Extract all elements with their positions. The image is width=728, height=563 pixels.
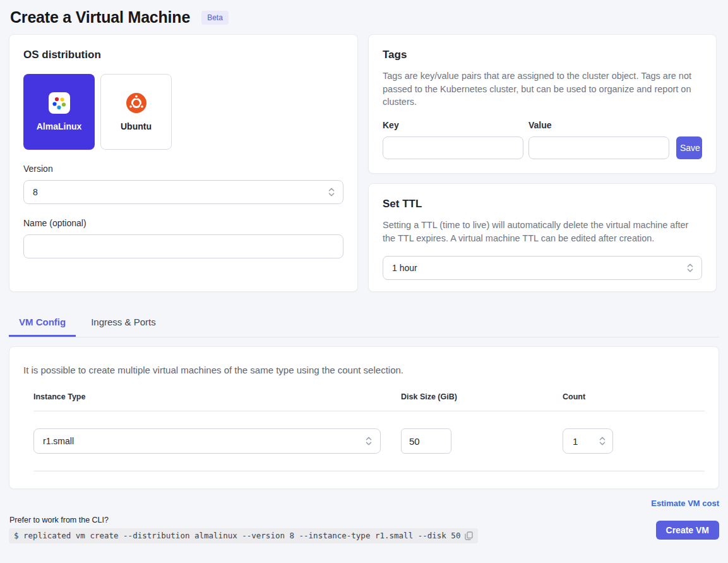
vm-table: Instance Type Disk Size (GiB) Count r1.s… — [33, 392, 705, 471]
ttl-select-value: 1 hour — [392, 263, 417, 273]
vm-table-row: r1.small 1 — [33, 411, 705, 471]
os-tile-ubuntu[interactable]: Ubuntu — [100, 74, 172, 150]
column-instance-type: Instance Type — [33, 392, 401, 401]
tag-key-field: Key — [383, 120, 523, 159]
os-tile-label: AlmaLinux — [37, 121, 82, 131]
cli-command-pill: $ replicated vm create --distribution al… — [9, 528, 478, 543]
ttl-select[interactable]: 1 hour — [383, 256, 702, 280]
footer: Estimate VM cost Prefer to work from the… — [9, 497, 719, 543]
page-title: Create a Virtual Machine — [10, 8, 190, 27]
beta-badge: Beta — [201, 11, 229, 25]
version-select-value: 8 — [33, 187, 38, 197]
vm-config-card: It is possible to create multiple virtua… — [9, 346, 719, 489]
tags-card: Tags Tags are key/value pairs that are a… — [368, 34, 717, 174]
vm-table-header: Instance Type Disk Size (GiB) Count — [33, 392, 705, 411]
chevron-updown-icon — [328, 186, 335, 198]
column-count: Count — [563, 392, 705, 401]
os-distribution-title: OS distribution — [23, 49, 343, 61]
instance-type-value: r1.small — [43, 436, 74, 446]
chevron-updown-icon — [599, 435, 606, 447]
version-select[interactable]: 8 — [23, 180, 343, 204]
ttl-description: Setting a TTL (time to live) will automa… — [383, 219, 702, 245]
tag-key-input[interactable] — [383, 136, 523, 159]
almalinux-logo-icon — [49, 92, 70, 114]
column-disk-size: Disk Size (GiB) — [401, 392, 563, 401]
tags-description: Tags are key/value pairs that are assign… — [383, 70, 702, 109]
chevron-updown-icon — [686, 262, 694, 274]
instance-type-select[interactable]: r1.small — [33, 428, 381, 454]
cli-command: $ replicated vm create --distribution al… — [14, 531, 460, 540]
estimate-vm-cost-link[interactable]: Estimate VM cost — [651, 499, 719, 508]
ttl-card: Set TTL Setting a TTL (time to live) wil… — [368, 183, 717, 292]
tags-fields-row: Key Value Save — [383, 120, 702, 159]
ttl-title: Set TTL — [383, 198, 702, 210]
cli-block: Prefer to work from the CLI? $ replicate… — [9, 516, 478, 543]
name-input[interactable] — [23, 234, 343, 258]
name-label: Name (optional) — [23, 218, 343, 228]
save-tag-button[interactable]: Save — [676, 136, 702, 159]
tag-value-input[interactable] — [528, 136, 669, 159]
os-tile-label: Ubuntu — [121, 121, 152, 131]
create-vm-button[interactable]: Create VM — [656, 521, 719, 540]
chevron-updown-icon — [365, 435, 373, 447]
tags-title: Tags — [383, 49, 702, 61]
tab-vm-config[interactable]: VM Config — [9, 311, 76, 337]
count-stepper[interactable]: 1 — [563, 428, 613, 454]
page-header: Create a Virtual Machine Beta — [0, 0, 728, 34]
vm-config-intro: It is possible to create multiple virtua… — [23, 365, 705, 375]
right-column: Tags Tags are key/value pairs that are a… — [368, 34, 717, 292]
key-label: Key — [383, 120, 523, 130]
tab-bar: VM Config Ingress & Ports — [9, 311, 719, 337]
version-label: Version — [23, 164, 343, 174]
cli-prompt: Prefer to work from the CLI? — [9, 516, 478, 524]
os-tiles: AlmaLinux Ubuntu — [23, 74, 343, 150]
tag-value-field: Value — [528, 120, 669, 159]
count-value: 1 — [573, 436, 578, 447]
value-label: Value — [528, 120, 669, 130]
tab-ingress-ports[interactable]: Ingress & Ports — [81, 311, 166, 337]
top-cards: OS distribution AlmaLinux — [0, 34, 728, 292]
os-tile-almalinux[interactable]: AlmaLinux — [23, 74, 95, 150]
ubuntu-logo-icon — [126, 92, 146, 114]
copy-icon[interactable] — [465, 531, 473, 540]
disk-size-input[interactable] — [401, 428, 451, 454]
os-distribution-card: OS distribution AlmaLinux — [9, 34, 358, 292]
